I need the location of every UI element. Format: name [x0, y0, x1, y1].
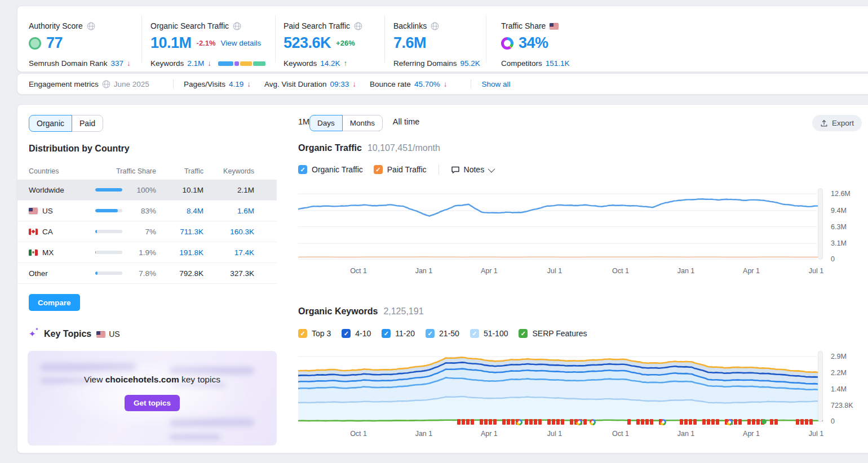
google-update-flag-icon[interactable]	[561, 419, 564, 425]
google-update-flag-icon[interactable]	[529, 419, 533, 425]
referring-domains-count[interactable]: 95.2K	[460, 59, 480, 68]
view-details-link[interactable]: View details	[221, 39, 262, 47]
google-update-flag-icon[interactable]	[489, 419, 492, 425]
google-update-flag-icon[interactable]	[707, 419, 710, 425]
serp-features-checkbox[interactable]: ✓ SERP Features	[519, 329, 587, 338]
google-update-flag-icon[interactable]	[471, 419, 474, 425]
google-update-flag-icon[interactable]	[552, 419, 555, 425]
google-logo-icon[interactable]	[590, 419, 596, 425]
google-update-flag-icon[interactable]	[774, 419, 778, 425]
table-row-other[interactable]: Other 7.8% 792.8K 327.3K	[17, 263, 277, 284]
globe-icon	[354, 22, 362, 30]
divider	[141, 15, 142, 63]
note-dot-icon[interactable]	[761, 419, 767, 424]
pos-21-50-checkbox[interactable]: ✓ 21-50	[426, 329, 459, 338]
google-update-flag-icon[interactable]	[650, 419, 653, 425]
paid-traffic-title: Paid Search Traffic	[284, 21, 350, 30]
toggle-days[interactable]: Days	[309, 115, 343, 131]
google-update-flag-icon[interactable]	[484, 419, 488, 425]
google-update-flag-icon[interactable]	[641, 419, 644, 425]
google-update-flag-icon[interactable]	[693, 419, 697, 425]
google-update-flag-icon[interactable]	[702, 419, 706, 425]
domain-rank-value[interactable]: 337	[111, 59, 124, 68]
google-update-flag-icon[interactable]	[809, 419, 813, 425]
compare-button[interactable]: Compare	[29, 294, 80, 311]
keywords-value[interactable]: 17.4K	[203, 248, 254, 257]
organic-keywords-chart[interactable]	[298, 351, 823, 422]
tab-1m[interactable]: 1M	[298, 117, 309, 130]
chart-drag-handle[interactable]	[818, 351, 823, 422]
traffic-value[interactable]: 8.4M	[156, 207, 203, 215]
table-row-us[interactable]: US 83% 8.4M 1.6M	[17, 201, 277, 221]
google-update-flag-icon[interactable]	[636, 419, 640, 425]
notes-dropdown[interactable]: Notes	[451, 165, 494, 174]
google-update-flag-icon[interactable]	[796, 419, 799, 425]
google-update-flag-icon[interactable]	[747, 419, 751, 425]
google-update-flag-icon[interactable]	[627, 419, 631, 425]
traffic-value[interactable]: 711.3K	[156, 228, 203, 236]
pos-4-10-checkbox[interactable]: ✓ 4-10	[342, 329, 371, 338]
google-update-flag-icon[interactable]	[734, 419, 737, 425]
paid-keywords-count[interactable]: 14.2K	[320, 59, 340, 68]
google-update-flag-icon[interactable]	[556, 419, 560, 425]
checkbox-checked-icon: ✓	[374, 165, 383, 174]
keywords-count[interactable]: 2.1M	[187, 59, 204, 68]
google-update-flag-icon[interactable]	[805, 419, 808, 425]
google-update-flag-icon[interactable]	[534, 419, 537, 425]
google-update-notes-strip[interactable]	[298, 418, 823, 425]
competitors-count[interactable]: 151.1K	[546, 59, 570, 68]
google-update-flag-icon[interactable]	[570, 419, 573, 425]
google-update-flag-icon[interactable]	[711, 419, 715, 425]
google-update-flag-icon[interactable]	[684, 419, 688, 425]
google-update-flag-icon[interactable]	[466, 419, 470, 425]
trend-down-icon: ↓	[207, 59, 211, 68]
google-update-flag-icon[interactable]	[770, 419, 773, 425]
google-update-flag-icon[interactable]	[689, 419, 692, 425]
traffic-share-header: Traffic Share	[95, 167, 156, 175]
pos-51-100-checkbox[interactable]: ✓ 51-100	[470, 329, 508, 338]
google-update-flag-icon[interactable]	[547, 419, 551, 425]
google-update-flag-icon[interactable]	[507, 419, 510, 425]
organic-traffic-chart[interactable]	[298, 188, 823, 260]
keywords-value[interactable]: 1.6M	[203, 207, 254, 215]
top3-checkbox[interactable]: ✓ Top 3	[298, 329, 331, 338]
google-update-flag-icon[interactable]	[457, 419, 460, 425]
google-logo-icon[interactable]	[516, 419, 522, 425]
google-update-flag-icon[interactable]	[511, 419, 515, 425]
toggle-organic[interactable]: Organic	[29, 115, 72, 132]
get-topics-button[interactable]: Get topics	[125, 395, 180, 411]
google-update-flag-icon[interactable]	[583, 419, 587, 425]
google-update-flag-icon[interactable]	[738, 419, 742, 425]
traffic-value[interactable]: 191.8K	[156, 248, 203, 257]
google-logo-icon[interactable]	[660, 419, 666, 425]
google-update-flag-icon[interactable]	[525, 419, 528, 425]
table-row-ca[interactable]: CA 7% 711.3K 160.3K	[17, 221, 277, 242]
export-button[interactable]: Export	[812, 115, 862, 131]
google-update-flag-icon[interactable]	[800, 419, 804, 425]
google-update-flag-icon[interactable]	[480, 419, 483, 425]
google-update-flag-icon[interactable]	[502, 419, 506, 425]
google-update-flag-icon[interactable]	[680, 419, 683, 425]
table-row-worldwide[interactable]: Worldwide 100% 10.1M 2.1M	[17, 180, 277, 201]
organic-traffic-checkbox[interactable]: ✓ Organic Traffic	[298, 165, 363, 174]
table-row-mx[interactable]: MX 1.9% 191.8K 17.4K	[17, 242, 277, 263]
pos-11-20-checkbox[interactable]: ✓ 11-20	[382, 329, 415, 338]
google-update-flag-icon[interactable]	[716, 419, 719, 425]
chart-drag-handle[interactable]	[818, 188, 823, 260]
google-logo-icon[interactable]	[576, 419, 582, 425]
google-update-flag-icon[interactable]	[493, 419, 497, 425]
keywords-header: Keywords	[203, 167, 254, 175]
toggle-months[interactable]: Months	[342, 115, 383, 131]
show-all-link[interactable]: Show all	[481, 80, 510, 88]
keywords-value[interactable]: 160.3K	[203, 228, 254, 236]
google-update-flag-icon[interactable]	[645, 419, 649, 425]
google-update-flag-icon[interactable]	[462, 419, 465, 425]
share-bar	[95, 271, 122, 275]
google-logo-icon[interactable]	[727, 419, 733, 425]
google-update-flag-icon[interactable]	[756, 419, 760, 425]
google-update-flag-icon[interactable]	[752, 419, 755, 425]
google-update-flag-icon[interactable]	[538, 419, 542, 425]
toggle-paid[interactable]: Paid	[72, 115, 103, 132]
share-bar	[95, 188, 122, 192]
paid-traffic-checkbox[interactable]: ✓ Paid Traffic	[374, 165, 427, 174]
